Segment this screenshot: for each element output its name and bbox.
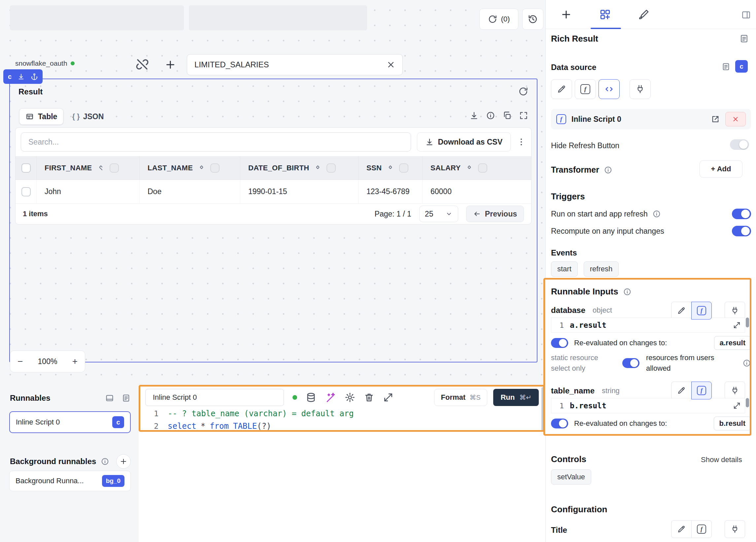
sidebar-toggle-icon[interactable]	[741, 10, 751, 20]
panel-docs-icon[interactable]	[121, 393, 131, 403]
insert-component-tab-icon[interactable]	[560, 9, 572, 20]
anchor-icon[interactable]	[31, 73, 38, 80]
copy-icon[interactable]	[502, 111, 512, 120]
sort-icon[interactable]	[386, 164, 395, 172]
table-name-connect-button[interactable]	[725, 382, 745, 399]
row-checkbox[interactable]	[21, 187, 31, 196]
sort-icon[interactable]	[197, 164, 206, 172]
panel-collapse-icon[interactable]	[105, 393, 114, 403]
info-icon[interactable]	[652, 210, 661, 218]
database-expression-editor[interactable]: 1 a.result	[551, 318, 745, 333]
event-chip-refresh[interactable]: refresh	[584, 261, 619, 277]
sort-icon[interactable]	[465, 164, 473, 172]
static-mode-button[interactable]	[671, 382, 692, 399]
expression-scrollbar[interactable]	[746, 318, 749, 327]
external-link-icon[interactable]	[711, 115, 720, 124]
column-header-first-name[interactable]: FIRST_NAME	[37, 156, 140, 180]
background-runnable-item[interactable]: Background Runna... bg_0	[9, 471, 131, 491]
table-name-expression-editor[interactable]: 1 b.result	[551, 398, 745, 413]
docs-icon[interactable]	[721, 62, 731, 71]
search-input[interactable]	[21, 132, 411, 152]
column-header-salary[interactable]: SALARY	[423, 156, 531, 180]
hide-refresh-toggle[interactable]	[730, 139, 749, 150]
source-type-expression-button[interactable]: f	[575, 79, 596, 99]
unlink-icon[interactable]	[135, 57, 149, 71]
download-csv-button[interactable]: Download as CSV	[417, 132, 511, 152]
clear-input-icon[interactable]	[386, 60, 395, 69]
column-checkbox[interactable]	[110, 163, 119, 173]
column-checkbox[interactable]	[326, 163, 336, 173]
resources-from-users-toggle[interactable]	[622, 358, 639, 368]
selection-toolbar[interactable]: c	[3, 69, 43, 84]
table-name-reeval-toggle[interactable]	[551, 419, 568, 428]
add-transformer-button[interactable]: + Add	[700, 160, 742, 178]
info-icon[interactable]	[101, 457, 109, 466]
settings-gear-icon[interactable]	[345, 392, 355, 403]
title-connect-button[interactable]	[725, 520, 745, 538]
column-checkbox[interactable]	[210, 163, 220, 173]
code-line-2[interactable]: 2 select * from TABLE (?)	[143, 422, 271, 431]
download-icon[interactable]	[469, 111, 479, 120]
select-all-checkbox[interactable]	[21, 163, 31, 173]
history-button[interactable]	[522, 9, 543, 30]
column-header-ssn[interactable]: SSN	[359, 156, 423, 180]
reeval-ref-chip[interactable]: b.result	[714, 417, 751, 430]
sort-icon[interactable]	[314, 164, 322, 172]
kebab-menu-icon[interactable]	[517, 137, 526, 147]
tab-json[interactable]: { } JSON	[72, 112, 104, 121]
database-icon[interactable]	[306, 392, 316, 403]
source-connection-badge[interactable]: c	[735, 60, 748, 73]
info-icon[interactable]	[486, 111, 495, 120]
column-header-last-name[interactable]: LAST_NAME	[140, 156, 240, 180]
column-checkbox[interactable]	[478, 163, 487, 173]
move-down-icon[interactable]	[17, 73, 25, 80]
info-icon[interactable]	[623, 288, 632, 296]
show-details-link[interactable]: Show details	[701, 456, 742, 464]
add-background-runnable-button[interactable]	[116, 454, 131, 469]
control-chip-setvalue[interactable]: setValue	[551, 469, 591, 485]
refresh-count-button[interactable]: (0)	[479, 9, 518, 30]
run-button[interactable]: Run ⌘↵	[493, 389, 539, 406]
info-icon[interactable]	[742, 359, 751, 367]
event-chip-start[interactable]: start	[551, 261, 578, 277]
sort-icon[interactable]	[97, 164, 105, 172]
expand-expression-icon[interactable]	[733, 321, 741, 329]
remove-source-button[interactable]	[725, 112, 746, 126]
docs-icon[interactable]	[739, 34, 749, 44]
column-header-date-of-birth[interactable]: DATE_OF_BIRTH	[240, 156, 359, 180]
zoom-out-button[interactable]: −	[17, 356, 23, 367]
column-checkbox[interactable]	[399, 163, 408, 173]
database-reeval-toggle[interactable]	[551, 338, 568, 348]
runnable-item-inline-script[interactable]: Inline Script 0 c	[9, 411, 131, 433]
run-on-start-toggle[interactable]	[732, 209, 751, 219]
reeval-ref-chip[interactable]: a.result	[714, 336, 751, 350]
expand-editor-icon[interactable]	[383, 392, 394, 403]
code-line-1[interactable]: 1 -- ? table_name (varchar) = default ar…	[143, 409, 354, 418]
source-type-connect-button[interactable]	[630, 79, 651, 99]
previous-page-button[interactable]: Previous	[466, 206, 524, 222]
recompute-toggle[interactable]	[732, 226, 751, 236]
fullscreen-icon[interactable]	[519, 111, 528, 120]
add-source-icon[interactable]	[164, 59, 176, 71]
table-name-input[interactable]	[187, 54, 403, 75]
editor-scrollbar[interactable]	[541, 387, 544, 431]
result-refresh-icon[interactable]	[518, 86, 528, 96]
info-icon[interactable]	[604, 166, 612, 174]
ai-wand-icon[interactable]	[325, 392, 336, 403]
expression-mode-button[interactable]: f	[691, 520, 712, 538]
expand-expression-icon[interactable]	[733, 402, 741, 410]
theme-brush-tab-icon[interactable]	[638, 9, 649, 20]
database-connect-button[interactable]	[725, 302, 745, 320]
expression-mode-button[interactable]: f	[691, 382, 712, 399]
table-widget[interactable]: Result Table { } JSON	[9, 79, 537, 362]
source-type-script-button[interactable]	[599, 79, 620, 99]
table-row[interactable]: John Doe 1990-01-15 123-45-6789 60000	[16, 180, 531, 204]
zoom-in-button[interactable]: +	[72, 356, 78, 367]
format-button[interactable]: Format ⌘S	[434, 389, 488, 406]
page-size-select[interactable]: 25	[419, 206, 458, 222]
expression-scrollbar[interactable]	[746, 398, 749, 407]
source-type-static-button[interactable]	[551, 79, 572, 99]
components-tab-icon[interactable]	[599, 9, 611, 20]
tab-table[interactable]: Table	[19, 108, 63, 125]
expression-mode-button[interactable]: f	[691, 302, 712, 320]
